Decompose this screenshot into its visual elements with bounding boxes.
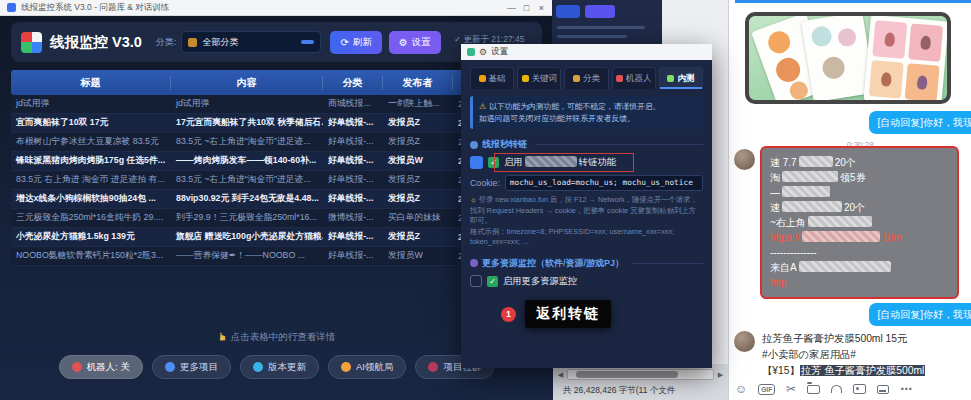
tab-分类[interactable]: 分类 <box>564 67 608 89</box>
tab-icon <box>667 75 674 82</box>
tab-label: 基础 <box>489 73 506 85</box>
table-cell: 好单线报-... <box>323 250 383 262</box>
message-text: 20个 <box>844 202 865 213</box>
checked-checkbox[interactable]: ✓ <box>487 276 498 287</box>
incoming-message-annotated: 速 7.720个淘领5券—速20个~右上角https://10m--------… <box>760 146 959 299</box>
annotation-number-badge: 1 <box>501 307 516 322</box>
maximize-button[interactable]: □ <box>519 0 534 16</box>
tab-基础[interactable]: 基础 <box>470 67 514 89</box>
tab-机器人[interactable]: 机器人 <box>612 67 656 89</box>
tab-icon <box>479 75 486 82</box>
tab-label: 机器人 <box>626 73 652 85</box>
link-text[interactable]: 10m <box>882 232 901 243</box>
link-text[interactable]: http <box>770 277 787 288</box>
emoji-icon[interactable]: ☺ <box>735 383 747 395</box>
minimize-button[interactable]: — <box>504 0 519 16</box>
file-window-statusbar: ◀ ▶ 共 26,428,426 字节(11 个文件 <box>553 364 728 400</box>
more-icon[interactable]: ⋯ <box>900 383 912 395</box>
mosaic-censored-block <box>799 261 891 272</box>
footer-button-label: AI领航局 <box>356 361 393 374</box>
gear-icon: ⚙ <box>479 47 487 57</box>
table-cell: 好单线报-... <box>323 174 383 186</box>
scroll-right-arrow-icon[interactable]: ▶ <box>715 369 726 380</box>
column-header[interactable]: 内容 <box>171 76 323 90</box>
cookie-input[interactable]: mochu_us_load=mochu_us; mochu_us_notice <box>505 175 703 191</box>
tab-label: 分类 <box>583 73 600 85</box>
column-header[interactable]: 标题 <box>11 76 171 90</box>
footer-button[interactable]: 更多项目 <box>152 355 231 379</box>
category-dropdown[interactable]: 全部分类 <box>181 31 321 53</box>
message-text: 淘 <box>770 172 780 183</box>
table-cell: jd试用弹 <box>171 98 323 110</box>
column-header[interactable]: 分类 <box>323 76 383 90</box>
table-cell: 宜而爽船袜了10双 17元 <box>11 117 171 129</box>
category-value: 全部分类 <box>202 36 301 49</box>
file-status-text: 共 26,428,426 字节(11 个文件 <box>563 385 675 397</box>
audio-headset-icon[interactable] <box>831 385 842 393</box>
chat-window: [自动回复]你好，我现 0:30:28 速 7.720个淘领5券—速20个~右上… <box>728 0 971 400</box>
beta-warning-box: ⚠以下功能为内测功能，可能不稳定，请谨慎开启。 如遇问题可关闭对应功能并联系开发… <box>470 96 703 129</box>
footer-button[interactable]: 版本更新 <box>240 355 319 379</box>
annotation-label: 返利转链 <box>525 300 611 328</box>
footer-button[interactable]: AI领航局 <box>328 355 406 379</box>
table-cell: 好单线报-... <box>323 117 383 129</box>
warning-line: 如遇问题可关闭对应功能并联系开发者反馈。 <box>479 113 697 125</box>
file-folder-icon[interactable] <box>807 385 820 394</box>
tab-关键词[interactable]: 关键词 <box>517 67 561 89</box>
screenshot-scissors-icon[interactable]: ✂ <box>786 383 796 395</box>
gif-icon[interactable]: GIF <box>758 384 775 395</box>
checked-checkbox[interactable]: ✓ <box>488 157 499 168</box>
selected-text: 拉芳 鱼子酱膏护发膜500ml <box>800 365 926 376</box>
avatar[interactable] <box>734 149 755 170</box>
app-icon <box>7 3 16 12</box>
table-cell: 商城线报... <box>323 98 383 110</box>
avatar[interactable] <box>734 331 755 352</box>
screen-share-icon[interactable] <box>877 385 889 394</box>
table-cell: ——营养保健✒！——NOOBO ... <box>171 250 323 262</box>
sticker-image-message[interactable] <box>745 12 951 104</box>
settings-button[interactable]: ⚙ 设置 <box>389 31 441 54</box>
message-text: 领5券 <box>840 172 866 183</box>
incoming-message: 拉芳鱼子酱膏护发膜500ml 15元 #小卖部の家居用品# 【¥15】拉芳 鱼子… <box>762 331 925 379</box>
enable-more-resources-row[interactable]: ✓ 启用更多资源监控 <box>470 275 703 288</box>
tab-label: 内测 <box>677 73 694 85</box>
enable-link-convert-row[interactable]: ✓ 启用转链功能 <box>470 156 703 169</box>
category-label: 分类: <box>156 36 177 49</box>
message-text: 速 <box>770 202 780 213</box>
table-cell: 到手29.9！三元极致全脂250ml*16... <box>171 212 323 224</box>
link-text[interactable]: https:// <box>770 232 800 243</box>
table-cell: 发报员W <box>383 250 453 262</box>
message-line: 淘领5券 <box>770 170 949 185</box>
peek-button[interactable] <box>556 5 580 18</box>
scrollbar-thumb[interactable] <box>576 371 678 378</box>
censored-text <box>525 156 577 167</box>
section-title-link-convert: 线报秒转链 <box>470 138 703 151</box>
unchecked-box[interactable] <box>470 275 482 287</box>
lightbulb-icon: ☼ <box>470 195 477 204</box>
peek-button[interactable] <box>585 5 615 18</box>
screen: ◀ ▶ 共 26,428,426 字节(11 个文件 线报监控系统 V3.0 -… <box>0 0 971 400</box>
pointing-hand-icon: ☛ <box>216 332 229 342</box>
tab-内测[interactable]: 内测 <box>659 67 703 89</box>
tutorial-annotation: 1 返利转链 <box>501 300 611 328</box>
chat-top-border <box>735 0 971 3</box>
table-cell: 小壳泌尿处方猫粮1.5kg 139元 <box>11 231 171 243</box>
section-title-text: 更多资源监控（软件/资源/游戏PJ） <box>482 257 624 270</box>
message-line: 速20个 <box>770 200 949 215</box>
horizontal-scrollbar[interactable] <box>567 369 714 380</box>
message-line: 来自A <box>770 260 949 275</box>
app-logo-icon <box>21 32 42 53</box>
table-cell: 88vip30.92元 到手24包无敌是4.48... <box>171 193 323 205</box>
table-cell: 旗舰店 赠送吃100g小壳泌尿处方猫粮... <box>171 231 323 243</box>
close-button[interactable]: × <box>534 0 549 16</box>
outgoing-bubble: [自动回复]你好，我现 <box>869 111 971 134</box>
image-icon[interactable] <box>853 384 866 394</box>
refresh-button[interactable]: ⟳ 刷新 <box>330 31 381 54</box>
scroll-left-arrow-icon[interactable]: ◀ <box>555 369 566 380</box>
column-header[interactable]: 发布者 <box>383 76 453 90</box>
footer-button[interactable]: 机器人: 关 <box>59 355 143 379</box>
table-cell: NOOBO氨糖软骨素钙片150粒*2瓶3... <box>11 250 171 262</box>
drag-handle-icon <box>470 156 483 169</box>
table-cell: 83.5元 ~右上角进“淘金币”进足迹... <box>171 136 323 148</box>
section-title-text: 线报秒转链 <box>482 138 527 151</box>
